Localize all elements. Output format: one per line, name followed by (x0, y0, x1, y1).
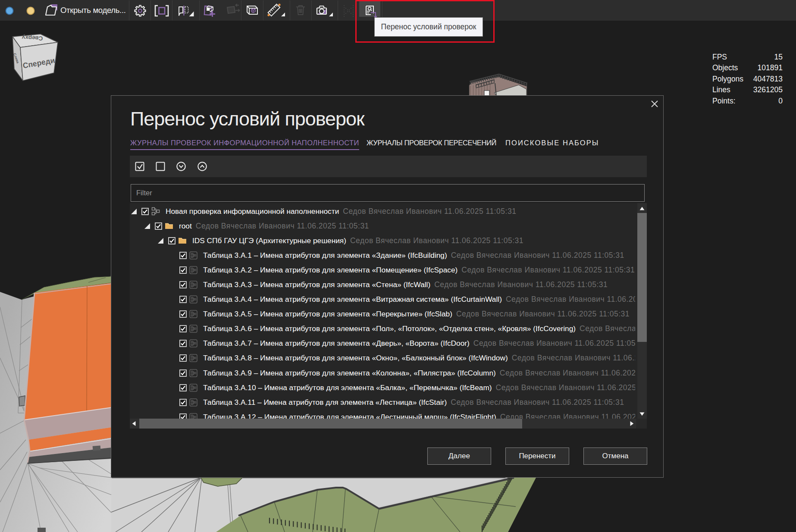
svg-text:Сверху: Сверху (22, 34, 43, 42)
